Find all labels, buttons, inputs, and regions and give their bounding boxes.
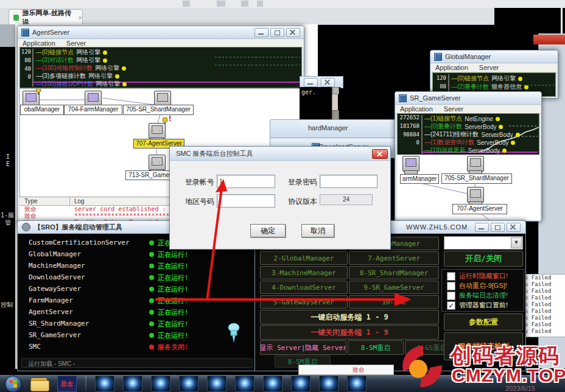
window-title: SR_GameServer xyxy=(410,94,461,102)
chevron-down-icon[interactable]: ▼ xyxy=(511,237,522,248)
app-icon[interactable] xyxy=(235,376,254,392)
explorer-icon[interactable] xyxy=(30,377,49,391)
server-button-7[interactable]: 7-AgentServer xyxy=(349,251,439,265)
menu-server[interactable]: Server xyxy=(66,40,86,47)
checkbox-log-clean[interactable]: 服务端日志清理! xyxy=(447,291,508,300)
node-label[interactable]: armManager xyxy=(400,174,439,184)
checkbox-hide-window[interactable]: 运行时隐藏窗口! xyxy=(447,271,508,281)
toolbar-icon[interactable] xyxy=(241,1,248,7)
login-password-input[interactable] xyxy=(320,175,377,188)
menu-application[interactable]: Application xyxy=(400,105,433,113)
login-account-input[interactable] xyxy=(217,175,275,188)
close-button[interactable] xyxy=(321,78,335,87)
start-all-button[interactable]: 一键启动服务端 1 - 9 xyxy=(260,310,439,324)
minimize-button[interactable] xyxy=(475,223,489,232)
sinian-app-icon[interactable]: 思念 xyxy=(57,376,77,392)
app-icon[interactable] xyxy=(151,376,170,392)
failed-row: s Failed xyxy=(525,281,565,288)
server-row: SR_GameServer正在运行! xyxy=(29,331,254,343)
app-icon[interactable] xyxy=(291,376,311,392)
region-code-input[interactable] xyxy=(217,194,275,208)
legend-label: —(0)链接节点 xyxy=(36,48,74,57)
show-hide-server-button[interactable]: |显示 Server|隐藏 Server| xyxy=(260,340,346,355)
checkbox-label: 运行时隐藏窗口! xyxy=(459,271,508,281)
app-icon[interactable] xyxy=(347,376,367,392)
status-text: 正在运行! xyxy=(158,296,189,306)
window-icon xyxy=(22,223,30,231)
agentserver-node-icon[interactable]: . . xyxy=(467,187,484,203)
server-button-4[interactable]: 4-DownloadServer xyxy=(260,281,348,294)
menu-application[interactable]: Application xyxy=(23,40,55,47)
checkbox-auto-restart[interactable]: 自动重启-9[GS]! xyxy=(447,281,507,290)
ok-button[interactable]: 确定 xyxy=(250,224,286,237)
browser-tab[interactable]: 游乐网单-丝路传说 × xyxy=(9,9,83,25)
server-button-10[interactable]: 10-SMC xyxy=(349,295,439,309)
desktop-text: 控制 xyxy=(1,301,13,309)
checkbox-window-front[interactable]: ✓管理器窗口置前! xyxy=(447,301,508,310)
node-label[interactable]: 707-AgentServer xyxy=(452,204,507,214)
node-label[interactable]: 705-SR_ShardManager xyxy=(123,105,194,115)
server-button-3[interactable]: 3-MachineManager xyxy=(260,266,348,279)
server-button-8[interactable]: 8-SR_ShardManager xyxy=(349,266,439,279)
shardmanager-node-icon[interactable]: . . xyxy=(467,156,484,172)
stop-all-button[interactable]: 一键关闭服务端 1 - 9 xyxy=(260,325,439,340)
red-titlebar-fragment xyxy=(533,35,565,44)
app-icon[interactable] xyxy=(207,376,226,392)
log-col-type[interactable]: Type xyxy=(24,198,38,205)
smc-dialog-titlebar[interactable]: SMC 服务端后台控制工具 xyxy=(170,147,390,161)
node-label[interactable]: obalManager xyxy=(20,105,64,115)
log-col-log[interactable]: Log xyxy=(74,198,85,205)
menu-application[interactable]: Application xyxy=(435,64,468,71)
shardmanager-window-fragment[interactable]: hardManager xyxy=(270,119,397,139)
maximize-button[interactable] xyxy=(270,28,284,37)
maximize-button[interactable] xyxy=(491,223,505,232)
app-icon[interactable] xyxy=(263,376,282,392)
node-label[interactable]: 704-FarmManager xyxy=(64,105,122,115)
sr-gameserver-window: SR_GameServer Application Server 272652 … xyxy=(395,91,542,222)
legend-label: —(0)重叠计数 xyxy=(424,122,462,131)
failed-row: s Failed xyxy=(525,315,565,321)
agentserver-titlebar[interactable]: AgentServer xyxy=(18,26,304,39)
close-button[interactable] xyxy=(372,149,388,159)
minimize-button[interactable] xyxy=(304,78,318,87)
sr-gameserver-titlebar[interactable]: SR_GameServer xyxy=(395,92,541,105)
status-dot xyxy=(149,321,154,326)
watermark-logo xyxy=(390,341,454,392)
cancel-button[interactable]: 取消 xyxy=(301,224,334,237)
gameserver-node-icon[interactable]: . . xyxy=(149,155,166,170)
toolbar-icon[interactable] xyxy=(257,1,263,7)
window-title: WWW.ZHL5.COM xyxy=(406,223,468,231)
server-button-9[interactable]: 9-SR_GameServer xyxy=(349,281,439,294)
minimize-button[interactable] xyxy=(254,28,268,37)
close-button[interactable] xyxy=(286,28,300,37)
server-select-combobox[interactable]: ▼ xyxy=(444,236,523,250)
agentserver-chart: 120 80 40 0 —(0)链接节点网络引擎 —(3)对话计数网络引擎 —(… xyxy=(19,47,302,88)
app-icon[interactable] xyxy=(179,376,198,392)
server-button-5[interactable]: 5-GatewayServer xyxy=(260,295,348,309)
toolbar-icon[interactable] xyxy=(217,1,225,7)
checkbox-icon xyxy=(447,272,455,281)
close-button[interactable] xyxy=(507,223,521,232)
menu-server[interactable]: Server xyxy=(479,64,499,71)
legend-dot-icon xyxy=(122,66,126,71)
pushpin-icon xyxy=(35,88,42,96)
farmmanager-node-icon[interactable]: . . xyxy=(402,156,419,172)
status-text: 服务关闭! xyxy=(158,343,189,352)
menu-server[interactable]: Server xyxy=(444,105,463,113)
tab-close-icon[interactable]: × xyxy=(79,14,82,21)
checkbox-icon xyxy=(447,282,455,290)
app-icon[interactable] xyxy=(123,376,142,392)
toolbar-icon[interactable] xyxy=(183,1,190,7)
status-text: 正在运行! xyxy=(158,320,189,329)
toggle-button[interactable]: 开启/关闭 xyxy=(444,251,523,267)
status-dot xyxy=(149,240,154,245)
server-button-2[interactable]: 2-GlobalManager xyxy=(260,251,348,265)
app-icon[interactable] xyxy=(95,376,114,392)
app-icon[interactable] xyxy=(319,376,339,392)
node-label[interactable]: 705-SR_ShardManager xyxy=(441,173,512,184)
failed-row: s Failed xyxy=(525,295,565,301)
start-button[interactable] xyxy=(5,376,22,392)
login-account-label: 登录帐号 xyxy=(185,177,214,187)
param-config-button[interactable]: 参数配置 xyxy=(444,313,523,331)
globalmanager-titlebar[interactable]: GlobalManager xyxy=(430,51,558,63)
